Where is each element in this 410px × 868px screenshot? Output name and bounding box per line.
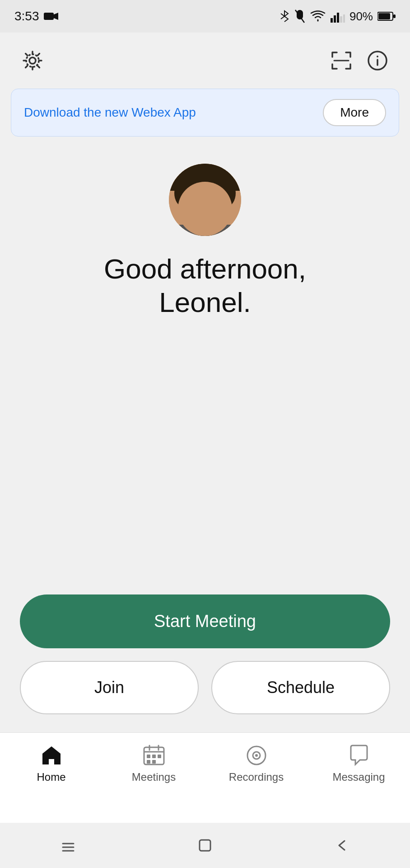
scan-button[interactable]: [327, 46, 356, 75]
avatar[interactable]: [169, 164, 241, 236]
top-bar-right-icons: [327, 46, 392, 75]
greeting-text: Good afternoon, Leonel.: [104, 252, 306, 320]
status-time-area: 3:53: [14, 9, 58, 24]
svg-rect-12: [393, 14, 396, 18]
svg-line-3: [281, 16, 284, 19]
schedule-button[interactable]: Schedule: [211, 661, 390, 714]
content-spacer: [0, 320, 410, 594]
greeting-name: Leonel.: [159, 287, 251, 318]
svg-rect-5: [331, 18, 333, 23]
join-button[interactable]: Join: [20, 661, 199, 714]
action-section: Start Meeting Join Schedule: [0, 594, 410, 732]
svg-rect-38: [152, 760, 156, 764]
greeting-salutation: Good afternoon,: [104, 253, 306, 284]
wifi-icon: [310, 10, 326, 23]
svg-rect-35: [152, 755, 156, 758]
back-icon: [333, 836, 351, 854]
mute-icon: [294, 9, 305, 24]
signal-icon: [331, 10, 345, 23]
home-sys-icon: [196, 836, 214, 854]
svg-point-23: [174, 179, 192, 207]
svg-rect-34: [147, 755, 150, 758]
home-button[interactable]: [187, 832, 223, 859]
svg-point-26: [182, 198, 186, 202]
status-bar: 3:53 90%: [0, 0, 410, 33]
gear-icon: [22, 50, 43, 71]
secondary-buttons: Join Schedule: [20, 661, 390, 714]
webex-banner: Download the new Webex App More: [11, 89, 399, 137]
svg-point-22: [183, 175, 227, 225]
nav-item-recordings[interactable]: Recordings: [225, 744, 288, 783]
svg-rect-29: [169, 225, 241, 236]
svg-marker-1: [54, 13, 58, 20]
svg-rect-21: [197, 213, 213, 236]
svg-rect-0: [44, 13, 54, 20]
nav-item-meetings[interactable]: Meetings: [122, 744, 186, 783]
svg-rect-36: [158, 755, 161, 758]
svg-rect-11: [378, 13, 390, 19]
settings-button[interactable]: [18, 46, 47, 75]
svg-point-24: [218, 179, 236, 207]
system-nav: [0, 823, 410, 868]
back-button[interactable]: [324, 832, 360, 859]
svg-point-28: [210, 195, 217, 200]
svg-rect-45: [200, 840, 210, 851]
recordings-icon: [245, 744, 268, 767]
nav-label-home: Home: [37, 771, 65, 783]
messaging-icon: [347, 744, 371, 767]
svg-rect-9: [343, 14, 345, 23]
nav-item-messaging[interactable]: Messaging: [327, 744, 391, 783]
recent-apps-button[interactable]: [50, 832, 86, 859]
battery-display: 90%: [349, 9, 373, 24]
svg-point-25: [182, 167, 228, 192]
info-button[interactable]: [363, 46, 392, 75]
greeting-section: Good afternoon, Leonel.: [0, 164, 410, 320]
svg-point-41: [255, 754, 258, 757]
status-icons-area: 90%: [279, 9, 396, 24]
svg-line-2: [281, 14, 284, 16]
svg-point-20: [180, 164, 230, 195]
bottom-nav: Home Meetings Recordings Messaging: [0, 732, 410, 823]
nav-label-recordings: Recordings: [229, 771, 284, 783]
battery-icon: [377, 11, 396, 21]
svg-point-14: [26, 54, 39, 67]
main-content: Download the new Webex App More: [0, 33, 410, 732]
nav-label-messaging: Messaging: [332, 771, 385, 783]
nav-label-meetings: Meetings: [132, 771, 176, 783]
banner-more-button[interactable]: More: [323, 99, 386, 126]
time-display: 3:53: [14, 9, 39, 24]
svg-rect-37: [147, 760, 150, 764]
recent-apps-icon: [59, 836, 77, 854]
svg-point-18: [377, 56, 378, 57]
avatar-svg: [169, 164, 241, 236]
svg-point-27: [193, 195, 200, 200]
top-bar: [0, 33, 410, 84]
bluetooth-icon: [279, 9, 290, 24]
svg-rect-7: [337, 13, 339, 23]
svg-rect-8: [340, 16, 342, 23]
svg-rect-6: [334, 15, 336, 23]
nav-item-home[interactable]: Home: [20, 744, 83, 783]
banner-text: Download the new Webex App: [24, 105, 196, 120]
camera-status-icon: [44, 11, 58, 22]
scan-icon: [331, 50, 352, 71]
start-meeting-button[interactable]: Start Meeting: [20, 594, 390, 648]
home-icon: [40, 744, 63, 767]
info-icon: [367, 50, 388, 71]
avatar-image: [169, 164, 241, 236]
svg-point-13: [29, 57, 36, 64]
meetings-icon: [142, 744, 166, 767]
